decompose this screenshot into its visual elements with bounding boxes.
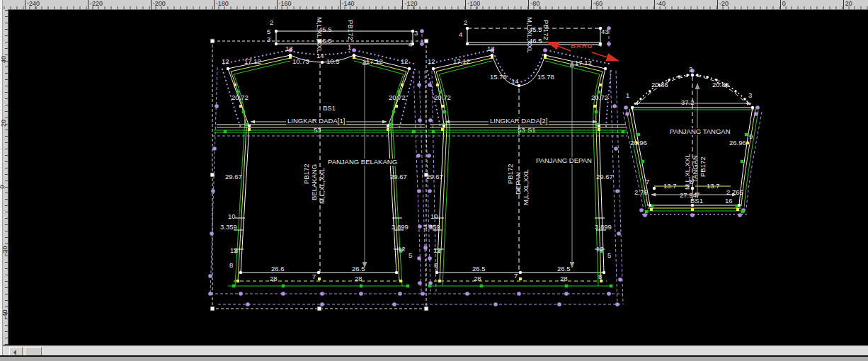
pattern-node[interactable] <box>418 281 422 285</box>
pattern-node[interactable] <box>387 125 389 127</box>
pattern-node[interactable] <box>411 42 414 45</box>
pattern-node[interactable] <box>215 104 219 108</box>
pattern-node[interactable] <box>421 292 425 296</box>
pattern-node[interactable] <box>649 90 651 92</box>
pattern-node[interactable] <box>227 67 229 70</box>
selection-handle[interactable] <box>424 306 428 311</box>
back-piece[interactable] <box>210 50 428 304</box>
pattern-node[interactable] <box>491 54 493 57</box>
pattern-node[interactable] <box>519 271 522 274</box>
pattern-node[interactable] <box>401 84 404 86</box>
pattern-node[interactable] <box>738 213 742 217</box>
pattern-node[interactable] <box>353 54 355 57</box>
pattern-node[interactable] <box>480 285 484 288</box>
pattern-node[interactable] <box>519 120 522 123</box>
pattern-node[interactable] <box>518 84 520 87</box>
pattern-drawing-svg[interactable] <box>0 0 868 361</box>
pattern-node[interactable] <box>417 189 421 193</box>
pattern-node[interactable] <box>318 277 321 280</box>
pattern-node[interactable] <box>360 285 363 288</box>
pattern-node[interactable] <box>715 79 717 81</box>
pattern-node[interactable] <box>248 128 251 131</box>
pattern-node[interactable] <box>686 74 688 76</box>
pattern-node[interactable] <box>438 280 441 282</box>
pattern-node[interactable] <box>645 210 649 214</box>
pattern-node[interactable] <box>282 285 285 288</box>
pattern-node[interactable] <box>706 76 708 78</box>
pattern-node[interactable] <box>465 292 469 296</box>
pattern-node[interactable] <box>743 98 746 100</box>
pattern-node[interactable] <box>649 204 651 207</box>
pattern-node[interactable] <box>239 105 242 108</box>
pattern-node[interactable] <box>746 142 749 144</box>
pattern-node[interactable] <box>622 130 625 134</box>
pattern-node[interactable] <box>658 84 660 86</box>
pattern-node[interactable] <box>517 292 521 296</box>
selection-handle[interactable] <box>317 39 321 43</box>
pattern-node[interactable] <box>617 231 621 236</box>
pattern-node[interactable] <box>614 147 618 151</box>
pattern-node[interactable] <box>603 271 605 274</box>
pattern-node[interactable] <box>598 128 600 131</box>
selection-handle[interactable] <box>424 173 428 177</box>
pattern-node[interactable] <box>600 250 604 253</box>
pattern-node[interactable] <box>395 105 398 108</box>
pattern-node[interactable] <box>691 204 694 207</box>
pattern-node[interactable] <box>359 292 363 296</box>
pattern-node[interactable] <box>610 285 613 288</box>
pattern-node[interactable] <box>741 210 745 214</box>
pattern-node[interactable] <box>387 128 389 131</box>
pattern-node[interactable] <box>392 110 396 114</box>
pattern-node[interactable] <box>239 292 243 296</box>
pattern-node[interactable] <box>398 292 402 296</box>
front-piece[interactable] <box>425 50 627 304</box>
pattern-node[interactable] <box>275 42 278 45</box>
pattern-node[interactable] <box>544 54 547 57</box>
pattern-node[interactable] <box>208 274 212 278</box>
pattern-node[interactable] <box>439 91 442 94</box>
pattern-node[interactable] <box>691 187 694 190</box>
pattern-node[interactable] <box>565 285 569 288</box>
pattern-node[interactable] <box>604 67 607 70</box>
pattern-node[interactable] <box>389 123 393 127</box>
sleeve-piece[interactable] <box>623 75 762 214</box>
pattern-node[interactable] <box>678 75 680 77</box>
pattern-node[interactable] <box>432 130 435 134</box>
pattern-node[interactable] <box>399 280 402 282</box>
pattern-node[interactable] <box>399 250 403 253</box>
pattern-node[interactable] <box>275 30 278 33</box>
pattern-node[interactable] <box>232 285 236 288</box>
pattern-node[interactable] <box>236 91 240 94</box>
pattern-node[interactable] <box>607 292 611 296</box>
selection-handle[interactable] <box>210 173 215 177</box>
pattern-node[interactable] <box>696 74 698 76</box>
pattern-node[interactable] <box>320 302 324 306</box>
pattern-node[interactable] <box>416 154 421 158</box>
pattern-node[interactable] <box>428 83 432 87</box>
pattern-node[interactable] <box>239 271 242 274</box>
pattern-node[interactable] <box>352 48 356 52</box>
pattern-node[interactable] <box>212 147 217 151</box>
pattern-node[interactable] <box>639 208 644 212</box>
pattern-node[interactable] <box>598 91 601 94</box>
pattern-node[interactable] <box>321 61 324 64</box>
pattern-node[interactable] <box>625 112 629 116</box>
collar-right-piece[interactable] <box>467 26 609 47</box>
pattern-node[interactable] <box>224 130 227 134</box>
pattern-node[interactable] <box>637 133 641 137</box>
pattern-node[interactable] <box>653 187 656 190</box>
pattern-node[interactable] <box>493 302 498 306</box>
pattern-node[interactable] <box>248 125 251 127</box>
pattern-node[interactable] <box>599 27 602 30</box>
pattern-node[interactable] <box>318 120 321 123</box>
pattern-node[interactable] <box>428 285 432 288</box>
pattern-node[interactable] <box>423 246 428 250</box>
pattern-node[interactable] <box>289 54 292 57</box>
pattern-node[interactable] <box>618 277 622 282</box>
pattern-node[interactable] <box>211 189 215 193</box>
pattern-node[interactable] <box>593 105 596 108</box>
selection-handle[interactable] <box>210 39 215 43</box>
pattern-node[interactable] <box>246 302 250 306</box>
pattern-node[interactable] <box>392 302 396 306</box>
pattern-node[interactable] <box>288 48 292 52</box>
